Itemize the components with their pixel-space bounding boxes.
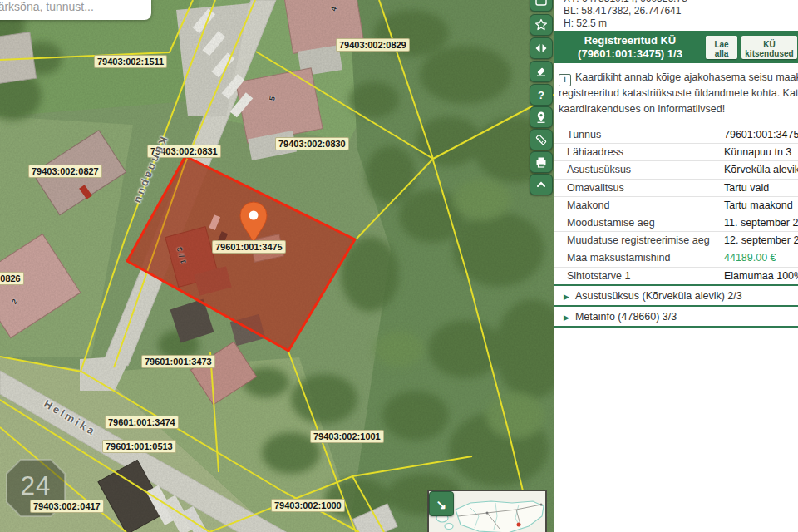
table-row: AsustusüksusKõrveküla alevik	[554, 161, 798, 179]
collapse-toolbar-button[interactable]	[530, 174, 553, 195]
table-row: Sihtotstarve 1Elamumaa 100%	[554, 268, 798, 285]
table-row: Tunnus79601:001:3475	[554, 126, 798, 144]
erase-button[interactable]	[530, 61, 553, 82]
attributes-table: Tunnus79601:001:3475 LähiaadressKünnapuu…	[554, 126, 798, 285]
table-row: OmavalitsusTartu vald	[554, 180, 798, 197]
info-panel: XY: 6478310.14, 660526.78 BL: 58.417382,…	[554, 0, 798, 532]
coordinates-readout: XY: 6478310.14, 660526.78 BL: 58.417382,…	[564, 0, 687, 30]
app-window: 79403:002:151179403:002:082979403:002:08…	[0, 0, 798, 532]
map-canvas	[0, 0, 555, 532]
parcel-label: 79601:001:3474	[105, 416, 179, 429]
print-button[interactable]	[530, 151, 553, 173]
question-mark-icon: ?	[538, 89, 544, 101]
accordion-metainfo[interactable]: ▶Metainfo (478660) 3/3	[554, 307, 798, 328]
layer-info-note: iKaardikiht annab kõige ajakohasema seis…	[559, 71, 798, 119]
expand-arrow-icon: ▶	[564, 293, 569, 301]
compare-arrows-icon	[534, 42, 548, 55]
parcel-label: 79403:002:0830	[275, 137, 349, 150]
overview-toggle-button[interactable]: ↘	[429, 491, 454, 516]
parcel-label: 79403:002:0417	[30, 500, 104, 513]
compare-layers-button[interactable]	[530, 37, 553, 59]
expand-arrow-icon: ▶	[564, 313, 569, 322]
favorites-button[interactable]	[530, 14, 553, 36]
locate-button[interactable]	[530, 106, 553, 128]
tray-button[interactable]	[530, 0, 553, 12]
accordion-list: ▶Asustusüksus (Kõrveküla alevik) 2/3 ▶Me…	[554, 284, 798, 328]
info-icon: i	[559, 74, 571, 86]
table-row: LähiaadressKünnapuu tn 3	[554, 144, 798, 161]
measure-button[interactable]	[530, 129, 553, 150]
tax-value: 44189.00 €	[724, 249, 776, 267]
eraser-icon	[534, 65, 548, 78]
coord-h: H: 52.5 m	[564, 17, 687, 30]
table-row: Maa maksustamishind44189.00 €	[554, 249, 798, 267]
tray-icon	[534, 0, 548, 7]
parcel-label: 79601:001:3473	[141, 355, 215, 368]
parcel-label: 79601:001:3475	[212, 240, 286, 254]
aerial-map[interactable]: 79403:002:151179403:002:082979403:002:08…	[0, 0, 555, 532]
coord-bl: BL: 58.417382, 26.747641	[564, 5, 687, 17]
parcel-label: 79403:002:0827	[28, 165, 102, 178]
measure-ruler-icon	[534, 133, 548, 146]
table-row: MaakondTartu maakond	[554, 197, 798, 214]
help-button[interactable]: ?	[530, 84, 553, 106]
table-row: Moodustamise aeg11. september 20	[554, 214, 798, 232]
download-button[interactable]: Lae alla	[706, 36, 737, 59]
location-pin-icon	[534, 111, 548, 124]
table-row: Muudatuse registreerimise aeg12. septemb…	[554, 232, 798, 249]
parcel-label: 79403:002:0829	[336, 38, 410, 52]
restrictions-button[interactable]: KÜ kitsendused	[741, 36, 797, 59]
parcel-label: 79403:002:0826	[0, 272, 24, 285]
diagonal-arrow-icon: ↘	[436, 497, 447, 511]
sheet-number: 24	[7, 471, 65, 501]
panel-header: Registreeritud KÜ (79601:001:3475) 1/3 L…	[554, 31, 798, 63]
parcel-label: 79601:001:0513	[102, 440, 176, 453]
parcel-label: 79403:002:1001	[310, 430, 384, 443]
parcel-label: 79403:002:1511	[94, 55, 167, 68]
accordion-settlement[interactable]: ▶Asustusüksus (Kõrveküla alevik) 2/3	[554, 286, 798, 307]
printer-icon	[534, 155, 548, 169]
chevron-up-icon	[534, 178, 548, 191]
search-input[interactable]	[0, 0, 151, 20]
star-icon	[534, 18, 548, 32]
parcel-label: 79403:002:1000	[271, 499, 345, 512]
panel-title: Registreeritud KÜ (79601:001:3475) 1/3	[555, 34, 705, 61]
